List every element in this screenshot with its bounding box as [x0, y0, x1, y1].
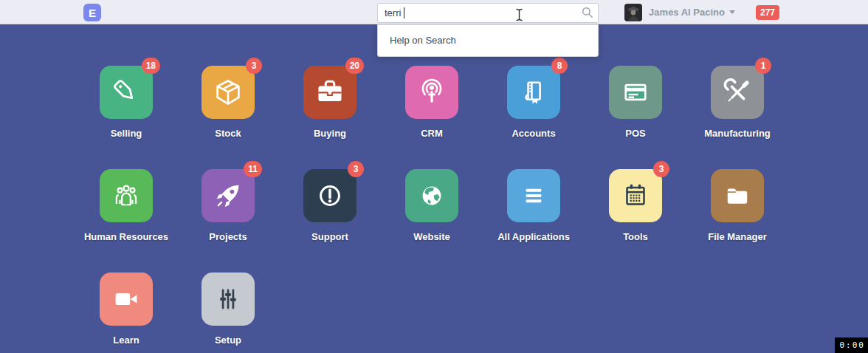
module-count-badge: 11 [244, 161, 262, 177]
tools-icon [720, 75, 754, 109]
module-cell-tools: 3Tools [585, 169, 686, 242]
module-tile-website[interactable] [405, 169, 458, 222]
top-navbar: E James Al Pacino 277 [0, 0, 868, 24]
module-label: Learn [113, 335, 139, 346]
module-tile-file-manager[interactable] [711, 169, 764, 222]
module-label: Setup [215, 335, 241, 346]
navbar-user-area: James Al Pacino 277 [624, 0, 779, 24]
module-tile-setup[interactable] [202, 273, 255, 326]
module-cell-manufacturing: 1Manufacturing [686, 66, 788, 139]
module-count-badge: 18 [142, 58, 160, 74]
module-label: Support [311, 231, 348, 242]
chevron-down-icon[interactable] [729, 10, 735, 14]
app-logo[interactable]: E [83, 4, 101, 21]
organization-icon [109, 179, 143, 213]
tag-icon [109, 75, 143, 109]
module-row: Human Resources 11Projects 3Support Webs… [75, 169, 788, 242]
module-tile-human-resources[interactable] [100, 169, 153, 222]
notification-count-badge[interactable]: 277 [756, 5, 779, 20]
module-cell-support: 3Support [279, 169, 381, 242]
module-tile-manufacturing[interactable]: 1 [711, 66, 764, 119]
module-tile-projects[interactable]: 11 [202, 169, 255, 222]
modules-grid: 18Selling 3Stock 20Buying CRM 8Accounts … [75, 66, 788, 353]
calendar-icon [619, 179, 652, 213]
module-label: Projects [209, 231, 247, 242]
module-label: CRM [421, 128, 443, 139]
user-name[interactable]: James Al Pacino [649, 7, 725, 18]
module-cell-all-applications: All Applications [483, 169, 585, 242]
module-tile-learn[interactable] [100, 273, 153, 326]
module-tile-stock[interactable]: 3 [202, 66, 255, 119]
module-label: File Manager [708, 231, 766, 242]
module-cell-human-resources: Human Resources [75, 169, 177, 242]
module-label: All Applications [497, 231, 570, 242]
ledger-icon [517, 75, 551, 109]
recording-timer: 0:00 [835, 337, 868, 353]
briefcase-icon [313, 75, 347, 109]
search-dropdown-item-help[interactable]: Help on Search [378, 25, 598, 56]
module-tile-pos[interactable] [609, 66, 662, 119]
module-tile-crm[interactable] [405, 66, 458, 119]
globe-icon [415, 179, 449, 213]
folder-icon [720, 179, 754, 213]
search-input[interactable] [377, 3, 599, 23]
module-count-badge: 8 [551, 58, 568, 74]
search-icon[interactable] [582, 7, 593, 18]
module-tile-all-applications[interactable] [507, 169, 560, 222]
module-label: Stock [215, 128, 241, 139]
module-label: Buying [314, 128, 346, 139]
module-cell-pos: POS [585, 66, 686, 139]
module-label: Human Resources [84, 231, 168, 242]
user-avatar[interactable] [624, 4, 642, 21]
broadcast-icon [415, 75, 449, 109]
module-label: Accounts [512, 128, 555, 139]
module-cell-setup: Setup [177, 273, 279, 346]
module-count-badge: 3 [246, 58, 262, 74]
module-count-badge: 3 [653, 161, 669, 177]
module-label: Selling [111, 128, 142, 139]
module-label: POS [625, 128, 645, 139]
issue-icon [313, 179, 347, 213]
module-tile-support[interactable]: 3 [303, 169, 356, 222]
module-tile-selling[interactable]: 18 [100, 66, 153, 119]
search-dropdown: Help on Search [377, 24, 599, 57]
module-tile-accounts[interactable]: 8 [507, 66, 560, 119]
video-camera-icon [109, 282, 143, 316]
module-row: Learn Setup [75, 273, 788, 346]
module-cell-selling: 18Selling [75, 66, 177, 139]
rocket-icon [211, 179, 245, 213]
three-bars-icon [517, 179, 551, 213]
module-count-badge: 20 [345, 58, 364, 74]
module-cell-buying: 20Buying [279, 66, 381, 139]
module-cell-file-manager: File Manager [686, 169, 788, 242]
module-count-badge: 3 [348, 161, 364, 177]
module-cell-accounts: 8Accounts [483, 66, 585, 139]
module-tile-buying[interactable]: 20 [303, 66, 356, 119]
module-cell-stock: 3Stock [177, 66, 279, 139]
module-cell-website: Website [381, 169, 483, 242]
module-label: Tools [623, 231, 648, 242]
module-count-badge: 1 [755, 58, 771, 74]
module-label: Website [413, 231, 450, 242]
module-row: 18Selling 3Stock 20Buying CRM 8Accounts … [75, 66, 788, 139]
global-search [377, 3, 599, 23]
module-cell-crm: CRM [381, 66, 483, 139]
sliders-icon [211, 282, 245, 316]
module-cell-projects: 11Projects [177, 169, 279, 242]
module-label: Manufacturing [704, 128, 771, 139]
module-tile-tools[interactable]: 3 [609, 169, 662, 222]
module-cell-learn: Learn [75, 273, 177, 346]
credit-card-icon [619, 75, 652, 109]
text-caret [404, 7, 404, 18]
package-icon [211, 75, 245, 109]
